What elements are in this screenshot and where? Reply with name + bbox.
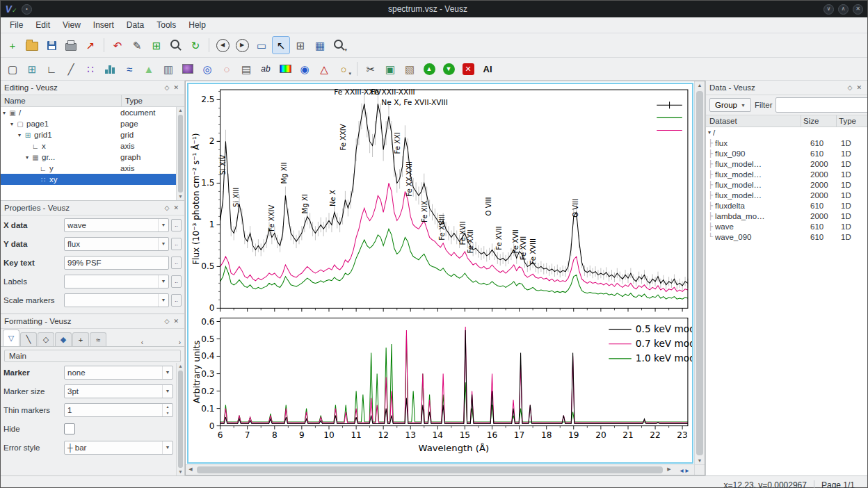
- add-shape-button[interactable]: ○▾: [335, 60, 353, 78]
- cut-button[interactable]: ✂: [362, 60, 380, 78]
- property-scale-markers-combo[interactable]: ▼: [64, 293, 169, 307]
- dataset-row[interactable]: ├fluxdelta6101D: [706, 200, 867, 211]
- formatting-float-button[interactable]: ◇: [163, 318, 172, 325]
- scroll-thumb[interactable]: [178, 371, 183, 468]
- formatting-scrollbar[interactable]: ▲ ▼: [176, 363, 184, 475]
- tab-key-symbol[interactable]: ≈: [90, 332, 106, 346]
- dataset-root-row[interactable]: ▾/: [706, 127, 867, 138]
- properties-float-button[interactable]: ◇: [163, 204, 172, 211]
- add-xy-button[interactable]: ∷: [81, 60, 99, 78]
- expander-open-icon[interactable]: ▾: [1, 110, 8, 116]
- expander-open-icon[interactable]: ▾: [24, 154, 31, 161]
- scroll-up-icon[interactable]: ▲: [695, 81, 705, 90]
- vertical-scrollbar[interactable]: ▲ ▼: [694, 81, 705, 465]
- data-float-button[interactable]: ◇: [846, 84, 855, 91]
- dataset-row[interactable]: ├flux_model…20001D: [706, 190, 867, 200]
- add-bar-button[interactable]: [101, 60, 119, 78]
- tabs-scroll-left-icon[interactable]: ‹: [140, 339, 145, 346]
- property-key-text-more-button[interactable]: ..: [171, 257, 182, 269]
- minimize-button[interactable]: ∨: [823, 4, 834, 15]
- examine-data-button[interactable]: [167, 36, 185, 54]
- properties-close-button[interactable]: ✕: [171, 204, 181, 211]
- formatting-close-button[interactable]: ✕: [171, 318, 181, 325]
- tree-item-page1[interactable]: ▾▢page1page: [1, 118, 176, 129]
- add-ternary-button[interactable]: △: [315, 60, 333, 78]
- format-error-style-combo[interactable]: ┼bar▼: [64, 441, 173, 455]
- add-grid-button[interactable]: ⊞: [23, 60, 41, 78]
- format-marker-size-combo[interactable]: 3pt▼: [64, 384, 173, 398]
- horizontal-scrollbar[interactable]: ◀ ▶: [186, 464, 674, 475]
- format-marker-combo[interactable]: none▼: [64, 366, 173, 380]
- dataset-row[interactable]: ├flux_0906101D: [706, 148, 867, 158]
- paste-button[interactable]: ▧: [401, 60, 419, 78]
- add-fit-button[interactable]: ≈: [120, 60, 138, 78]
- format-thin-markers-spinner[interactable]: 1▲▼: [64, 403, 173, 417]
- undo-button[interactable]: ↶: [108, 36, 127, 54]
- property-x-data-more-button[interactable]: ..: [171, 219, 182, 231]
- scroll-down-icon[interactable]: ▼: [177, 193, 184, 200]
- filter-input[interactable]: [775, 97, 867, 113]
- editing-scrollbar[interactable]: ▲ ▼: [176, 107, 184, 200]
- dataset-row[interactable]: ├lambda_mo…20001D: [706, 211, 867, 221]
- reload-data-button[interactable]: ↻: [186, 36, 204, 54]
- property-scale-markers-more-button[interactable]: ..: [171, 294, 182, 307]
- tree-item-root[interactable]: ▾▣/document: [1, 107, 176, 118]
- tree-item-grid1[interactable]: ▾⊞grid1grid: [1, 129, 176, 140]
- add-line-button[interactable]: ╱: [62, 60, 80, 78]
- add-colorbar-button[interactable]: [276, 60, 294, 78]
- dataset-row[interactable]: └wave_0906101D: [706, 231, 867, 242]
- add-page-button[interactable]: ▢: [3, 60, 22, 78]
- view-select-button[interactable]: ▭: [252, 36, 271, 54]
- menu-help[interactable]: Help: [182, 19, 212, 31]
- open-document-button[interactable]: [23, 36, 41, 54]
- tree-item-x[interactable]: ∟xaxis: [1, 140, 176, 152]
- print-button[interactable]: [62, 36, 80, 54]
- zoom-graph-button[interactable]: ▦: [311, 36, 329, 54]
- tab-marker-border[interactable]: ◆: [55, 332, 72, 346]
- page-flip-buttons[interactable]: ◂ ▸: [674, 464, 695, 475]
- export-button[interactable]: ↗: [81, 36, 99, 54]
- scroll-down-icon[interactable]: ▼: [177, 469, 184, 475]
- scroll-thumb[interactable]: [696, 91, 703, 455]
- close-button[interactable]: ✕: [853, 4, 863, 15]
- move-up-button[interactable]: ▲: [420, 60, 438, 78]
- rename-button[interactable]: AI: [479, 60, 497, 78]
- scroll-right-icon[interactable]: ▶: [664, 465, 674, 473]
- edit-data-button[interactable]: ✎: [128, 36, 146, 54]
- next-page-arrow-icon[interactable]: ▸: [686, 466, 689, 474]
- dataset-row[interactable]: ├flux_model…20001D: [706, 169, 867, 179]
- menu-edit[interactable]: Edit: [29, 19, 56, 31]
- tab-marker-fill[interactable]: ◇: [38, 332, 54, 346]
- editing-close-button[interactable]: ✕: [171, 84, 181, 91]
- editing-float-button[interactable]: ◇: [163, 84, 172, 91]
- tree-item-gr[interactable]: ▾▦gr...graph: [1, 152, 176, 163]
- delete-button[interactable]: ✕: [459, 60, 477, 78]
- property-labels-more-button[interactable]: ..: [171, 275, 182, 288]
- add-function-button[interactable]: ▲: [140, 60, 158, 78]
- new-document-button[interactable]: +: [3, 36, 22, 54]
- menu-view[interactable]: View: [56, 19, 87, 31]
- scroll-up-icon[interactable]: ▲: [177, 363, 184, 370]
- expander-open-icon[interactable]: ▾: [16, 132, 23, 138]
- scroll-left-icon[interactable]: ◀: [186, 465, 195, 473]
- plot-canvas[interactable]: 6789101112131415161718192021222300.511.5…: [186, 81, 695, 465]
- data-close-button[interactable]: ✕: [854, 84, 864, 91]
- add-axis-button[interactable]: ∟: [42, 60, 61, 78]
- spin-arrows-icon[interactable]: ▲▼: [162, 404, 172, 416]
- menu-data[interactable]: Data: [120, 19, 150, 31]
- tab-error-bar[interactable]: +: [72, 332, 89, 346]
- dataset-row[interactable]: ├flux6101D: [706, 138, 867, 148]
- property-key-text-input[interactable]: 99% PSF: [64, 256, 169, 270]
- property-y-data-combo[interactable]: flux▼: [64, 237, 169, 251]
- expander-open-icon[interactable]: ▾: [706, 129, 713, 136]
- property-x-data-combo[interactable]: wave▼: [64, 218, 169, 232]
- maximize-button[interactable]: ∧: [838, 4, 849, 15]
- insert-page-button[interactable]: ⊞: [147, 36, 166, 54]
- tree-item-xy[interactable]: ∷xy: [1, 174, 176, 185]
- menu-tools[interactable]: Tools: [150, 19, 182, 31]
- dataset-row[interactable]: ├wave6101D: [706, 221, 867, 231]
- previous-page-button[interactable]: ◀: [214, 36, 232, 54]
- dataset-row[interactable]: ├flux_model…20001D: [706, 158, 867, 169]
- tab-plot-line[interactable]: ╲: [20, 332, 37, 346]
- scroll-thumb[interactable]: [197, 466, 663, 473]
